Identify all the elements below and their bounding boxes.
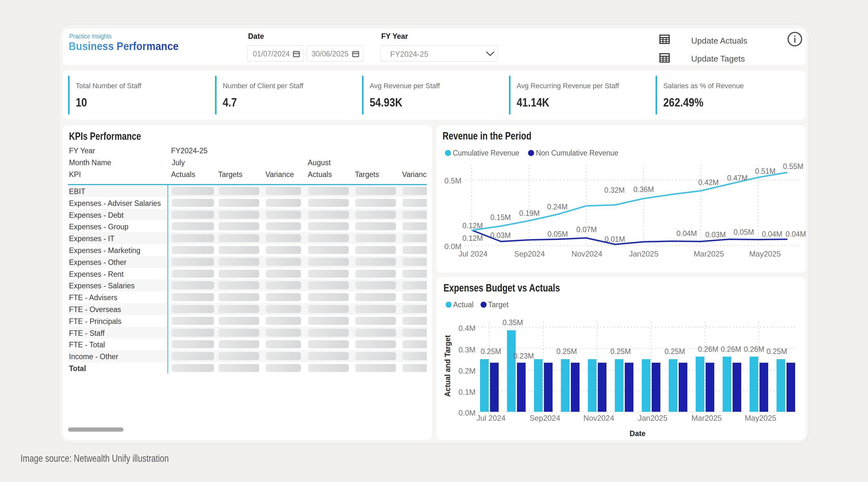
svg-text:0.0M: 0.0M — [459, 409, 475, 417]
svg-text:0.47M: 0.47M — [727, 174, 748, 182]
svg-text:Revenue in the Period: Revenue in the Period — [442, 130, 531, 142]
svg-text:0.15M: 0.15M — [490, 213, 511, 222]
svg-text:0.24M: 0.24M — [547, 203, 568, 211]
svg-text:0.25M: 0.25M — [481, 347, 501, 356]
svg-text:Nov2024: Nov2024 — [571, 250, 602, 258]
svg-text:Jul 2024: Jul 2024 — [459, 250, 488, 258]
svg-text:0.25M: 0.25M — [556, 347, 577, 356]
svg-text:0.42M: 0.42M — [698, 178, 719, 187]
svg-text:0.12M: 0.12M — [462, 234, 483, 243]
svg-text:0.23M: 0.23M — [514, 352, 534, 360]
svg-text:0.05M: 0.05M — [734, 228, 754, 236]
svg-text:Jul 2024: Jul 2024 — [476, 414, 506, 422]
svg-text:0.05M: 0.05M — [548, 230, 568, 238]
svg-text:Non Cumulative Revenue: Non Cumulative Revenue — [536, 149, 618, 157]
svg-text:0.04M: 0.04M — [676, 229, 697, 238]
svg-text:0.32M: 0.32M — [604, 186, 625, 194]
svg-text:Sep2024: Sep2024 — [529, 414, 560, 422]
svg-text:0.25M: 0.25M — [664, 347, 685, 356]
svg-text:0.25M: 0.25M — [767, 347, 787, 356]
svg-text:0.36M: 0.36M — [633, 185, 654, 194]
svg-text:0.03M: 0.03M — [490, 231, 511, 239]
svg-text:0.03M: 0.03M — [705, 231, 726, 239]
svg-text:Sep2024: Sep2024 — [514, 250, 545, 258]
svg-text:0.26M: 0.26M — [698, 345, 718, 353]
svg-text:0.25M: 0.25M — [610, 347, 631, 356]
svg-text:0.04M: 0.04M — [762, 230, 782, 238]
svg-text:Target: Target — [488, 300, 509, 309]
svg-text:0.1M: 0.1M — [459, 388, 475, 396]
svg-text:0.01M: 0.01M — [604, 235, 625, 244]
svg-text:Cumulative Revenue: Cumulative Revenue — [453, 149, 519, 157]
svg-text:0.19M: 0.19M — [519, 209, 540, 218]
svg-text:0.35M: 0.35M — [502, 318, 523, 327]
svg-text:Mar2025: Mar2025 — [691, 414, 722, 422]
svg-text:Actual: Actual — [453, 300, 474, 309]
svg-text:0.07M: 0.07M — [576, 225, 597, 234]
svg-text:0.55M: 0.55M — [783, 162, 804, 171]
svg-text:Jan2025: Jan2025 — [629, 250, 658, 258]
svg-text:0.04M: 0.04M — [785, 230, 806, 238]
svg-text:May2025: May2025 — [749, 250, 781, 258]
svg-text:Jan2025: Jan2025 — [638, 414, 668, 422]
svg-text:0.4M: 0.4M — [459, 324, 475, 332]
svg-text:Actual and Target: Actual and Target — [443, 335, 452, 397]
svg-text:0.2M: 0.2M — [459, 366, 475, 375]
svg-text:Nov2024: Nov2024 — [583, 414, 614, 422]
svg-text:Expenses Budget vs Actuals: Expenses Budget vs Actuals — [443, 282, 560, 294]
svg-text:May2025: May2025 — [745, 414, 777, 422]
svg-text:0.26M: 0.26M — [721, 345, 741, 353]
svg-text:0.26M: 0.26M — [744, 345, 764, 353]
svg-text:0.5M: 0.5M — [444, 176, 461, 185]
svg-text:0.3M: 0.3M — [459, 345, 475, 354]
svg-text:0.51M: 0.51M — [755, 167, 776, 175]
svg-text:Mar2025: Mar2025 — [694, 250, 724, 258]
svg-text:0.12M: 0.12M — [462, 222, 483, 230]
svg-text:Date: Date — [629, 429, 646, 438]
